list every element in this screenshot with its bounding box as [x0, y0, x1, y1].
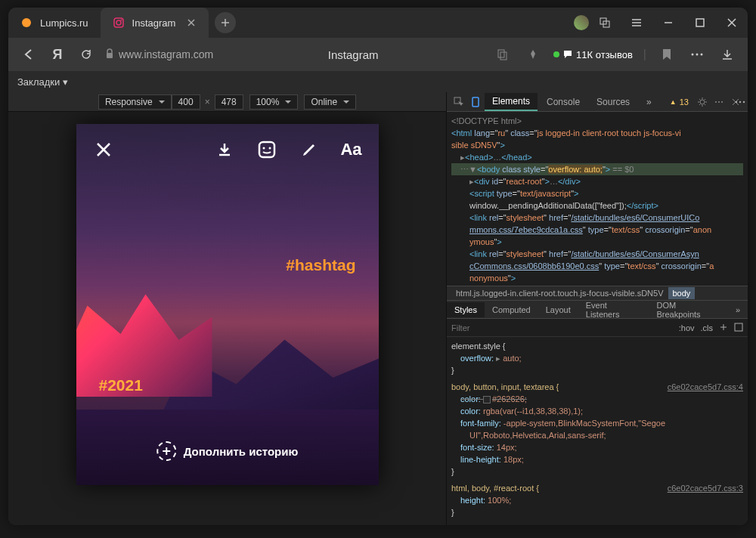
elements-tree[interactable]: <!DOCTYPE html> <html lang="ru" class="j…	[447, 112, 748, 286]
pin-icon[interactable]	[523, 45, 543, 64]
event-listeners-tab[interactable]: Event Listeners	[578, 298, 649, 322]
dom-breakpoints-tab[interactable]: DOM Breakpoints	[649, 298, 727, 322]
height-input[interactable]: 478	[215, 94, 243, 110]
device-more-icon[interactable]	[730, 92, 748, 112]
layout-tab[interactable]: Layout	[538, 302, 578, 317]
svg-point-0	[22, 18, 31, 27]
svg-point-3	[120, 20, 122, 21]
more-tabs-icon[interactable]: »	[639, 94, 659, 110]
console-tab[interactable]: Console	[539, 94, 587, 110]
new-tab-button[interactable]	[215, 12, 236, 33]
inspect-icon[interactable]	[451, 94, 466, 110]
more-styles-tabs[interactable]: »	[728, 302, 748, 317]
svg-point-21	[700, 100, 705, 104]
device-toolbar: Responsive 400 × 478 100% Online	[8, 92, 446, 112]
elements-tab[interactable]: Elements	[485, 93, 538, 111]
address-bar[interactable]: www.instagram.com	[105, 48, 213, 61]
code-line: <!DOCTYPE html>	[451, 115, 743, 127]
svg-point-22	[715, 101, 717, 103]
svg-point-17	[262, 147, 265, 150]
tab-favicon-instagram	[113, 17, 125, 29]
svg-rect-16	[259, 142, 274, 157]
add-story-button[interactable]: Дополнить историю	[156, 441, 299, 461]
tab-label: Instagram	[132, 17, 176, 29]
add-icon	[156, 441, 176, 461]
width-input[interactable]: 400	[172, 94, 200, 110]
device-select[interactable]: Responsive	[98, 94, 172, 110]
back-button[interactable]	[19, 45, 39, 64]
close-icon[interactable]	[186, 17, 197, 28]
url-text: www.instagram.com	[119, 48, 213, 60]
draw-icon[interactable]	[297, 138, 321, 162]
svg-rect-25	[735, 323, 742, 331]
new-style-icon[interactable]	[719, 323, 728, 333]
lock-icon	[105, 48, 114, 61]
close-button[interactable]	[716, 8, 748, 38]
sticker-icon[interactable]	[255, 138, 279, 162]
hashtag-text-2[interactable]: #2021	[99, 376, 143, 394]
yandex-icon[interactable]: Я	[48, 45, 67, 64]
sources-tab[interactable]: Sources	[589, 94, 637, 110]
svg-rect-6	[696, 19, 704, 26]
styles-menu-icon[interactable]	[734, 323, 743, 333]
throttle-select[interactable]: Online	[304, 94, 356, 110]
svg-rect-20	[472, 97, 479, 107]
svg-point-2	[116, 20, 121, 25]
svg-point-18	[268, 147, 271, 150]
warnings-badge[interactable]: 13	[670, 97, 689, 107]
profile-avatar[interactable]	[574, 15, 589, 30]
styles-tab[interactable]: Styles	[447, 302, 485, 317]
devtools-header: Elements Console Sources » 13	[447, 92, 748, 112]
device-viewport[interactable]: Aa #hashtag #2021 Дополнить историю	[76, 124, 379, 485]
reviews-badge[interactable]: 11К отзывов	[553, 49, 633, 60]
devtools-pane: Elements Console Sources » 13 <!DOCTYPE …	[447, 92, 748, 525]
styles-pane[interactable]: element.style { overflow: ▸ auto; } body…	[447, 337, 748, 525]
svg-point-15	[743, 100, 745, 102]
chat-icon	[562, 49, 573, 60]
minimize-button[interactable]	[652, 8, 684, 38]
status-dot-icon	[553, 51, 559, 57]
svg-rect-8	[498, 50, 504, 57]
titlebar: Lumpics.ru Instagram	[8, 8, 748, 38]
viewport-pane: Responsive 400 × 478 100% Online	[8, 92, 447, 525]
tab-favicon-lumpics	[20, 17, 33, 29]
bookmarks-label[interactable]: Закладки	[17, 76, 60, 88]
svg-point-24	[721, 101, 723, 103]
svg-point-12	[701, 54, 703, 56]
device-mode-icon[interactable]	[468, 94, 483, 110]
page-title: Instagram	[222, 48, 484, 61]
zoom-select[interactable]: 100%	[249, 94, 299, 110]
computed-tab[interactable]: Computed	[485, 302, 538, 317]
hashtag-text-1[interactable]: #hashtag	[286, 256, 355, 274]
text-icon[interactable]: Aa	[339, 138, 364, 162]
reload-button[interactable]	[76, 45, 96, 64]
svg-point-14	[739, 100, 741, 102]
cls-toggle[interactable]: .cls	[701, 323, 714, 332]
tab-lumpics[interactable]: Lumpics.ru	[8, 8, 101, 38]
menu-icon[interactable]	[621, 8, 652, 38]
devtools-menu-icon[interactable]	[711, 94, 727, 110]
svg-point-11	[696, 54, 699, 56]
add-story-label: Дополнить историю	[184, 445, 299, 458]
tab-instagram[interactable]: Instagram	[101, 8, 209, 38]
close-story-icon[interactable]	[91, 138, 116, 162]
svg-point-13	[736, 100, 737, 102]
styles-filter-bar: :hov .cls	[447, 319, 748, 337]
download-icon[interactable]	[717, 45, 737, 64]
tab-label: Lumpics.ru	[40, 17, 88, 29]
hov-toggle[interactable]: :hov	[679, 323, 695, 332]
save-icon[interactable]	[212, 138, 237, 162]
styles-filter-input[interactable]	[451, 323, 673, 332]
settings-icon[interactable]	[695, 94, 710, 110]
reviews-text: 11К отзывов	[576, 49, 633, 60]
bookmarks-bar: Закладки ▾	[8, 71, 748, 92]
bookmark-icon[interactable]	[657, 45, 677, 64]
copy-icon[interactable]	[493, 45, 513, 64]
svg-rect-9	[500, 52, 507, 60]
maximize-button[interactable]	[684, 8, 716, 38]
selected-element[interactable]: ⋯▼<body class style="overflow: auto;"> =…	[451, 163, 743, 175]
dimension-separator: ×	[205, 97, 210, 107]
more-icon[interactable]	[687, 45, 707, 64]
collections-icon[interactable]	[589, 8, 621, 38]
svg-point-23	[718, 101, 720, 103]
